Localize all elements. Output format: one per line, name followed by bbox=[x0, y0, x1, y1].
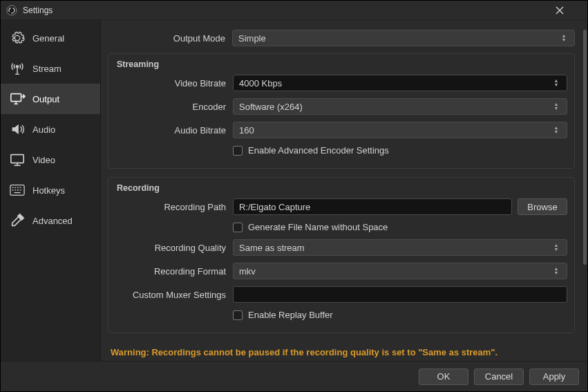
muxer-label: Custom Muxer Settings bbox=[115, 290, 233, 300]
sidebar-item-label: Output bbox=[32, 94, 59, 104]
recording-quality-label: Recording Quality bbox=[115, 243, 233, 253]
sidebar-item-label: Video bbox=[32, 155, 55, 165]
replay-buffer-checkbox[interactable] bbox=[233, 310, 243, 320]
svg-rect-5 bbox=[11, 94, 21, 102]
sidebar-item-output[interactable]: Output bbox=[1, 84, 100, 114]
monitor-icon bbox=[9, 151, 26, 168]
enable-advanced-label: Enable Advanced Encoder Settings bbox=[248, 145, 389, 156]
video-bitrate-input[interactable]: 4000 Kbps ▲▼ bbox=[233, 75, 567, 91]
video-bitrate-label: Video Bitrate bbox=[115, 78, 233, 88]
recording-path-input[interactable] bbox=[233, 198, 512, 215]
scrollbar[interactable] bbox=[582, 20, 587, 361]
sidebar: General Stream Output Audio bbox=[1, 20, 101, 361]
updown-icon: ▲▼ bbox=[559, 34, 569, 42]
svg-point-0 bbox=[7, 6, 17, 15]
sidebar-item-label: Audio bbox=[32, 124, 55, 135]
scrollbar-thumb[interactable] bbox=[583, 30, 587, 265]
updown-icon: ▲▼ bbox=[551, 126, 561, 134]
sidebar-item-hotkeys[interactable]: Hotkeys bbox=[1, 175, 100, 205]
recording-quality-select[interactable]: Same as stream ▲▼ bbox=[233, 239, 567, 256]
cancel-button[interactable]: Cancel bbox=[474, 368, 524, 385]
ok-button[interactable]: OK bbox=[419, 368, 468, 385]
output-icon bbox=[9, 91, 26, 107]
gear-icon bbox=[9, 30, 26, 46]
svg-point-4 bbox=[17, 66, 19, 68]
sidebar-item-advanced[interactable]: Advanced bbox=[1, 205, 100, 236]
audio-bitrate-label: Audio Bitrate bbox=[115, 125, 233, 136]
titlebar: Settings bbox=[1, 1, 587, 20]
sidebar-item-stream[interactable]: Stream bbox=[1, 53, 100, 84]
sidebar-item-general[interactable]: General bbox=[1, 23, 100, 53]
recording-title: Recording bbox=[115, 182, 567, 198]
speaker-icon bbox=[9, 121, 26, 138]
window-title: Settings bbox=[23, 6, 556, 15]
streaming-group: Streaming Video Bitrate 4000 Kbps ▲▼ Enc… bbox=[108, 53, 575, 169]
recording-path-label: Recording Path bbox=[115, 202, 233, 212]
sidebar-item-label: Hotkeys bbox=[32, 185, 65, 196]
recording-group: Recording Recording Path Browse bbox=[108, 177, 575, 333]
settings-content: Output Mode Simple ▲▼ Streaming Video Bi… bbox=[101, 20, 582, 361]
warning-text: Warning: Recordings cannot be paused if … bbox=[108, 342, 575, 360]
obs-icon bbox=[6, 5, 17, 16]
enable-advanced-checkbox[interactable] bbox=[233, 146, 243, 156]
close-icon bbox=[556, 6, 564, 15]
audio-bitrate-select[interactable]: 160 ▲▼ bbox=[233, 122, 567, 138]
recording-format-select[interactable]: mkv ▲▼ bbox=[233, 263, 567, 279]
sidebar-item-video[interactable]: Video bbox=[1, 144, 100, 175]
updown-icon: ▲▼ bbox=[551, 79, 561, 87]
recording-format-label: Recording Format bbox=[115, 266, 233, 277]
streaming-title: Streaming bbox=[115, 58, 567, 75]
sidebar-item-label: General bbox=[32, 33, 64, 44]
apply-button[interactable]: Apply bbox=[529, 368, 579, 385]
output-mode-label: Output Mode bbox=[108, 33, 232, 44]
keyboard-icon bbox=[9, 182, 26, 198]
muxer-input[interactable] bbox=[233, 286, 567, 303]
settings-window: Settings General Stream bbox=[0, 0, 588, 392]
updown-icon: ▲▼ bbox=[551, 267, 561, 275]
encoder-label: Encoder bbox=[115, 102, 233, 112]
antenna-icon bbox=[9, 60, 26, 77]
sidebar-item-audio[interactable]: Audio bbox=[1, 114, 100, 144]
svg-rect-8 bbox=[11, 155, 23, 163]
tools-icon bbox=[9, 212, 26, 229]
sidebar-item-label: Advanced bbox=[32, 216, 73, 226]
replay-buffer-label: Enable Replay Buffer bbox=[248, 310, 333, 320]
close-button[interactable] bbox=[556, 6, 583, 15]
encoder-select[interactable]: Software (x264) ▲▼ bbox=[233, 98, 567, 115]
output-mode-select[interactable]: Simple ▲▼ bbox=[232, 30, 575, 46]
no-space-checkbox[interactable] bbox=[233, 223, 243, 232]
no-space-label: Generate File Name without Space bbox=[248, 222, 388, 232]
sidebar-item-label: Stream bbox=[32, 64, 61, 74]
browse-button[interactable]: Browse bbox=[518, 198, 567, 215]
dialog-footer: OK Cancel Apply bbox=[1, 361, 587, 391]
updown-icon: ▲▼ bbox=[551, 102, 561, 111]
updown-icon: ▲▼ bbox=[551, 243, 561, 252]
